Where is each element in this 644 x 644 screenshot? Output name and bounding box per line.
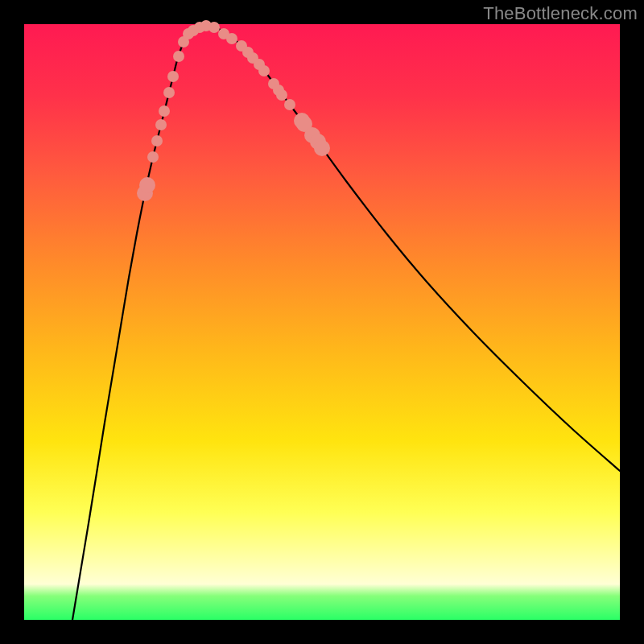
curve-marker xyxy=(163,87,175,98)
chart-svg xyxy=(24,24,620,620)
chart-frame: TheBottleneck.com xyxy=(0,0,644,644)
curve-marker xyxy=(151,135,163,147)
curve-marker xyxy=(276,89,287,101)
curve-marker xyxy=(173,51,184,62)
curve-marker xyxy=(314,140,330,156)
curve-marker xyxy=(284,99,295,110)
curve-marker xyxy=(258,65,270,76)
watermark-text: TheBottleneck.com xyxy=(483,3,638,24)
curve-marker xyxy=(139,177,155,193)
chart-plot-area xyxy=(24,24,620,620)
curve-marker xyxy=(167,71,179,82)
bottleneck-curve xyxy=(72,26,620,620)
curve-marker xyxy=(155,119,167,130)
curve-marker xyxy=(226,33,237,44)
curve-marker xyxy=(147,151,159,163)
curve-marker xyxy=(208,22,220,33)
curve-marker xyxy=(159,105,170,117)
curve-markers xyxy=(137,20,330,201)
